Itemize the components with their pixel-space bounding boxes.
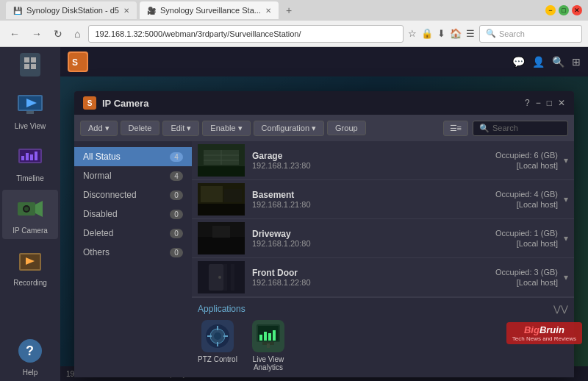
camera-occupied-garage: Occupied: 6 (GB) — [495, 151, 558, 160]
new-tab-button[interactable]: + — [282, 3, 296, 18]
app-item-ptz[interactable]: PTZ Control — [198, 320, 237, 371]
modal-close-icon[interactable]: ✕ — [558, 98, 565, 108]
apps-header: Applications ⋁⋁ — [198, 304, 568, 314]
camera-expand-basement[interactable]: ▾ — [564, 194, 568, 204]
app-item-analytics[interactable]: Live View Analytics — [246, 320, 290, 371]
sidebar-help-label: Help — [23, 368, 38, 377]
search-container[interactable]: 🔍 Search — [473, 121, 568, 136]
tab-diskstation-label: Synology DiskStation - d5 — [26, 6, 119, 15]
modal-title: IP Camera — [102, 98, 148, 109]
filter-deleted[interactable]: Deleted 0 — [74, 224, 192, 243]
close-button[interactable]: ✕ — [572, 5, 582, 15]
camera-ip-driveway: 192.168.1.20:80 — [252, 239, 495, 248]
camera-expand-garage[interactable]: ▾ — [564, 155, 568, 165]
svg-rect-1 — [31, 57, 36, 63]
filter-normal[interactable]: Normal 4 — [74, 166, 192, 185]
filter-others-count: 0 — [170, 248, 183, 257]
camera-ip-frontdoor: 192.168.1.22:80 — [252, 278, 495, 287]
svg-rect-41 — [227, 264, 231, 291]
recording-icon — [15, 246, 45, 276]
table-row[interactable]: Front Door 192.168.1.22:80 Occupied: 3 (… — [192, 258, 574, 297]
modal-help-icon[interactable]: ? — [525, 98, 530, 108]
search-placeholder: Search — [492, 124, 518, 132]
svg-rect-36 — [198, 237, 245, 254]
group-button[interactable]: Group — [327, 121, 366, 135]
sidebar-item-ipcamera[interactable]: IP Camera — [2, 190, 58, 239]
timeline-icon — [15, 142, 45, 171]
table-row[interactable]: Driveway 192.168.1.20:80 Occupied: 1 (GB… — [192, 219, 574, 258]
camera-thumb-frontdoor — [198, 261, 245, 293]
sidebar-ipcamera-label: IP Camera — [12, 227, 48, 235]
browser-home-icon[interactable]: 🏠 — [450, 28, 462, 39]
configuration-button[interactable]: Configuration ▾ — [254, 121, 324, 136]
svg-rect-34 — [224, 189, 242, 202]
bookmark-icon[interactable]: ☆ — [408, 28, 417, 39]
settings-icon[interactable]: ☰ — [466, 28, 475, 39]
grid-top-icon[interactable]: ⊞ — [572, 56, 581, 68]
apps-expand-icon[interactable]: ⋁⋁ — [553, 304, 568, 314]
download-icon[interactable]: ⬇ — [437, 28, 445, 39]
add-button[interactable]: Add ▾ — [80, 121, 118, 136]
tab-diskstation[interactable]: 💾 Synology DiskStation - d5 ✕ — [6, 1, 137, 19]
svg-rect-13 — [35, 152, 37, 160]
table-row[interactable]: Garage 192.168.1.23:80 Occupied: 6 (GB) … — [192, 141, 574, 180]
app-grid-button[interactable] — [20, 53, 40, 76]
modal-minimize-icon[interactable]: − — [536, 98, 541, 108]
tab-surveillance[interactable]: 🎥 Synology Surveillance Sta... ✕ — [140, 1, 279, 19]
browser-search[interactable]: 🔍 Search — [479, 25, 582, 43]
camera-name-frontdoor: Front Door — [252, 268, 495, 278]
filter-disconnected-count: 0 — [170, 190, 183, 200]
svg-rect-26 — [198, 166, 245, 177]
window-controls: − □ ✕ — [545, 5, 582, 15]
svg-rect-33 — [201, 186, 223, 202]
svg-rect-59 — [267, 343, 270, 348]
browser-search-placeholder: Search — [499, 29, 525, 38]
filter-disabled[interactable]: Disabled 0 — [74, 204, 192, 224]
camera-name-driveway: Driveway — [252, 229, 495, 239]
app-topbar: S 💬 👤 🔍 ⊞ — [60, 47, 588, 76]
svg-rect-3 — [31, 64, 36, 69]
watermark: BigBruin Tech News and Reviews — [506, 322, 582, 344]
ip-camera-modal: S IP Camera ? − □ ✕ — [74, 91, 574, 377]
filter-disabled-label: Disabled — [83, 209, 118, 219]
home-button[interactable]: ⌂ — [71, 26, 84, 41]
filter-others[interactable]: Others 0 — [74, 243, 192, 262]
help-icon: ? — [15, 336, 45, 366]
filter-all-status[interactable]: All Status 4 — [74, 147, 192, 166]
enable-button[interactable]: Enable ▾ — [202, 121, 250, 136]
search-top-icon[interactable]: 🔍 — [552, 56, 564, 68]
ptz-icon — [201, 320, 234, 352]
svg-rect-32 — [198, 204, 245, 216]
address-bar[interactable]: 192.168.1.32:5000/webman/3rdparty/Survei… — [88, 25, 404, 43]
edit-button[interactable]: Edit ▾ — [162, 121, 199, 136]
forward-button[interactable]: → — [28, 26, 46, 41]
minimize-button[interactable]: − — [545, 5, 556, 15]
user-icon[interactable]: 👤 — [532, 56, 545, 68]
camera-host-garage: [Local host] — [517, 161, 558, 170]
filter-disconnected[interactable]: Disconnected 0 — [74, 185, 192, 204]
sidebar-item-timeline[interactable]: Timeline — [2, 138, 58, 187]
camera-name-basement: Basement — [252, 190, 495, 200]
sidebar-item-recording[interactable]: Recording — [2, 242, 58, 291]
camera-occupied-driveway: Occupied: 1 (GB) — [495, 229, 558, 238]
back-button[interactable]: ← — [6, 26, 24, 41]
camera-expand-driveway[interactable]: ▾ — [564, 233, 568, 243]
camera-ip-garage: 192.168.1.23:80 — [252, 161, 495, 170]
camera-expand-frontdoor[interactable]: ▾ — [564, 272, 568, 282]
camera-name-garage: Garage — [252, 151, 495, 161]
sort-button[interactable]: ☰≡ — [443, 121, 468, 136]
tab-diskstation-close[interactable]: ✕ — [123, 7, 129, 15]
filter-normal-count: 4 — [170, 171, 183, 181]
reload-button[interactable]: ↻ — [50, 26, 66, 41]
tab-surveillance-close[interactable]: ✕ — [265, 7, 271, 15]
sidebar-item-help[interactable]: ? Help — [2, 332, 58, 381]
modal-maximize-icon[interactable]: □ — [547, 98, 552, 108]
camera-ip-basement: 192.168.1.21:80 — [252, 200, 495, 209]
chat-icon[interactable]: 💬 — [512, 56, 525, 68]
sidebar-item-liveview[interactable]: Live View — [2, 85, 58, 135]
maximize-button[interactable]: □ — [559, 5, 569, 15]
filter-normal-label: Normal — [83, 171, 112, 181]
table-row[interactable]: Basement 192.168.1.21:80 Occupied: 4 (GB… — [192, 180, 574, 219]
camera-host-basement: [Local host] — [517, 200, 558, 209]
delete-button[interactable]: Delete — [121, 121, 160, 135]
